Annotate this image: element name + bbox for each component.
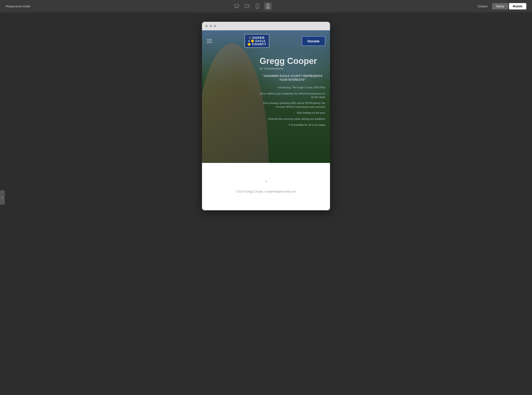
responsive-mode-label: Responsive mode (6, 5, 30, 8)
browser-dot-1 (205, 25, 208, 27)
browser-dot-3 (214, 25, 216, 27)
site-logo: C OOPER 4 EAGLE COUNTY (244, 34, 269, 48)
logo-eagle: EAGLE (255, 39, 266, 42)
browser-bar (202, 22, 330, 30)
hero-section: C OOPER 4 EAGLE COUNTY Dona (202, 30, 330, 163)
svg-rect-0 (235, 5, 239, 7)
hero-bullet-item: It IS possible for all to be happy (260, 123, 325, 127)
hero-bullet-item: Stop beating up the poor (260, 111, 325, 115)
mobile-icon[interactable] (264, 2, 272, 10)
logo-c: C (249, 36, 251, 39)
hero-bullet-item: Serve without pay & legislate the otherC… (260, 92, 325, 99)
logo-4: 4 (248, 39, 250, 42)
hero-nav: C OOPER 4 EAGLE COUNTY Dona (202, 30, 330, 52)
hero-bullets-list: Introducing: The Eagle County 2050 PlanS… (260, 86, 325, 127)
tablet-landscape-icon[interactable] (243, 2, 251, 10)
default-mode-button[interactable]: Default (474, 3, 491, 10)
donate-button[interactable]: Donate (302, 36, 325, 46)
hamburger-line-2 (207, 41, 212, 41)
website-content: C OOPER 4 EAGLE COUNTY Dona (202, 30, 330, 210)
logo-circle (251, 39, 254, 42)
hero-candidate-title: for Commissioner (260, 67, 325, 70)
svg-point-6 (268, 8, 268, 8)
mobile-mode-button[interactable]: Mobile (509, 3, 526, 10)
svg-point-2 (248, 6, 249, 6)
logo-ooper: OOPER (252, 36, 265, 39)
toolbar: Responsive mode Default Sticky Mobile (0, 0, 532, 12)
hero-candidate-name: Gregg Cooper (260, 56, 325, 66)
hero-quote: "ASSURING EAGLE COUNTY REPRESENTS YOUR I… (260, 74, 325, 82)
hamburger-menu[interactable] (207, 39, 212, 43)
hero-text-block: Gregg Cooper for Commissioner "ASSURING … (260, 56, 325, 129)
sticky-mode-button[interactable]: Sticky (492, 3, 508, 10)
footer-section: ⌃ ©2024 Gregg Cooper, cooper4eaglecounty… (202, 163, 330, 210)
hamburger-line-3 (207, 42, 212, 43)
main-area: C OOPER 4 EAGLE COUNTY Dona (0, 12, 532, 395)
svg-point-4 (257, 8, 258, 8)
header-mode-switcher: Default Sticky Mobile (474, 3, 526, 10)
hero-bullet-item: End runaway spending AND refund 2024Prop… (260, 101, 325, 109)
logo-row-1: C OOPER (247, 36, 266, 39)
device-switcher (233, 2, 272, 10)
logo-row-3: COUNTY (247, 42, 266, 46)
browser-mockup: C OOPER 4 EAGLE COUNTY Dona (202, 22, 330, 210)
footer-copyright: ©2024 Gregg Cooper, cooper4eaglecounty.c… (236, 190, 296, 193)
desktop-icon[interactable] (233, 2, 241, 10)
hero-bullet-item: Diversify the economy while valuing our … (260, 117, 325, 121)
chevron-up-icon[interactable]: ⌃ (264, 180, 268, 185)
hero-bullet-item: Introducing: The Eagle County 2050 Plan (260, 86, 325, 89)
tablet-portrait-icon[interactable] (254, 2, 261, 10)
logo-circle-2 (248, 43, 251, 46)
hamburger-line-1 (207, 39, 212, 39)
logo-row-2: 4 EAGLE (247, 39, 266, 42)
browser-dot-2 (210, 25, 212, 27)
logo-county: COUNTY (252, 42, 266, 46)
